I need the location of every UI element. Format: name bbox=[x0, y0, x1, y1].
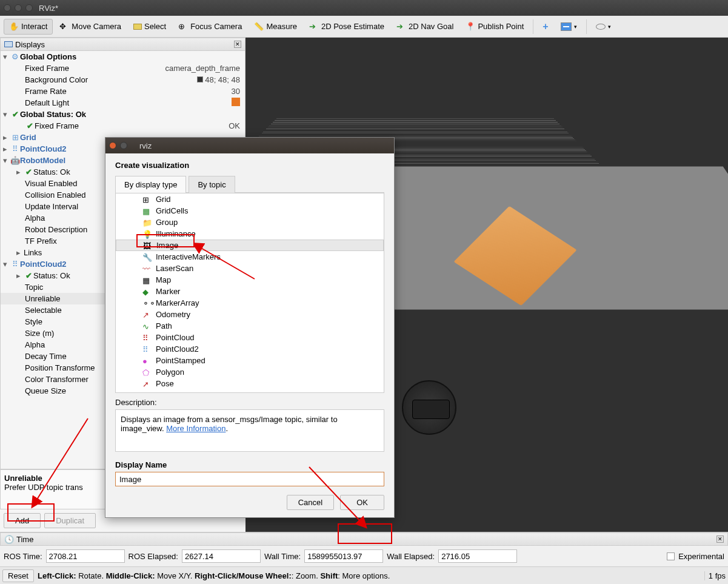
pointcloud2-b[interactable]: PointCloud2 bbox=[20, 260, 67, 269]
laser-icon: 〰 bbox=[142, 264, 152, 273]
eye-icon bbox=[596, 24, 606, 30]
nav-goal-button[interactable]: ➔ 2D Nav Goal bbox=[391, 19, 459, 35]
time-close-button[interactable]: ✕ bbox=[716, 535, 724, 543]
odometry-icon: ↗ bbox=[142, 310, 152, 319]
focus-camera-label: Focus Camera bbox=[190, 22, 242, 31]
robot-description[interactable]: Robot Description bbox=[25, 225, 87, 234]
visual-enabled[interactable]: Visual Enabled bbox=[25, 179, 78, 188]
pose-estimate-label: 2D Pose Estimate bbox=[321, 22, 384, 31]
arrow-green-icon: ➔ bbox=[309, 22, 319, 32]
alpha-rm[interactable]: Alpha bbox=[25, 213, 45, 223]
add-tool-button[interactable]: + bbox=[537, 18, 553, 35]
list-item[interactable]: ⬠Polygon bbox=[116, 366, 384, 378]
links[interactable]: Links bbox=[24, 248, 42, 257]
robotmodel[interactable]: RobotModel bbox=[20, 156, 65, 165]
move-camera-button[interactable]: ✥ Move Camera bbox=[54, 19, 127, 35]
pointcloud2-a[interactable]: PointCloud2 bbox=[20, 144, 67, 153]
checked-icon[interactable] bbox=[232, 98, 240, 106]
list-item[interactable]: 💡Illuminance bbox=[116, 228, 384, 240]
time-title: Time bbox=[16, 535, 33, 544]
remove-tool-button[interactable]: ▾ bbox=[555, 19, 583, 34]
list-item-image[interactable]: 🖼Image bbox=[116, 240, 384, 251]
list-item[interactable]: ●PointStamped bbox=[116, 355, 384, 366]
wall-elapsed-field[interactable] bbox=[438, 549, 517, 563]
fixed-frame-status[interactable]: Fixed Frame bbox=[35, 121, 79, 130]
measure-button[interactable]: 📏 Measure bbox=[249, 19, 302, 35]
selectable[interactable]: Selectable bbox=[25, 306, 62, 315]
displays-close-button[interactable]: ✕ bbox=[234, 41, 241, 48]
bg-color-label[interactable]: Background Color bbox=[25, 75, 88, 84]
publish-point-button[interactable]: 📍 Publish Point bbox=[460, 19, 529, 35]
queue-size[interactable]: Queue Size bbox=[25, 386, 66, 395]
views-button[interactable]: ▾ bbox=[590, 21, 616, 33]
display-type-list[interactable]: ⊞Grid ▦GridCells 📁Group 💡Illuminance 🖼Im… bbox=[115, 193, 384, 393]
tab-by-display-type[interactable]: By display type bbox=[115, 176, 186, 193]
alpha-pc[interactable]: Alpha bbox=[25, 340, 45, 349]
ros-time-field[interactable] bbox=[46, 549, 125, 563]
topic[interactable]: Topic bbox=[25, 283, 43, 292]
window-minimize-icon[interactable] bbox=[15, 4, 22, 12]
list-item[interactable]: ⠿PointCloud2 bbox=[116, 343, 384, 355]
tf-prefix[interactable]: TF Prefix bbox=[25, 237, 57, 246]
select-button[interactable]: Select bbox=[128, 19, 172, 34]
status-ok-pc[interactable]: Status: Ok bbox=[33, 271, 70, 280]
grid-icon: ⊞ bbox=[10, 133, 20, 142]
size-m[interactable]: Size (m) bbox=[25, 329, 54, 338]
list-item[interactable]: ➚Pose bbox=[116, 378, 384, 389]
interact-button[interactable]: ✋ Interact bbox=[4, 19, 53, 35]
color-transformer[interactable]: Color Transformer bbox=[25, 375, 88, 384]
path-icon: ∿ bbox=[142, 322, 152, 331]
update-interval[interactable]: Update Interval bbox=[25, 202, 78, 211]
unreliable[interactable]: Unreliable bbox=[25, 294, 61, 303]
ok-button[interactable]: OK bbox=[340, 495, 384, 510]
pose-estimate-button[interactable]: ➔ 2D Pose Estimate bbox=[304, 19, 390, 35]
experimental-checkbox[interactable] bbox=[667, 552, 675, 560]
position-transformer[interactable]: Position Transforme bbox=[25, 363, 95, 372]
window-maximize-icon[interactable] bbox=[25, 4, 33, 12]
display-name-label: Display Name bbox=[115, 460, 384, 469]
ros-elapsed-field[interactable] bbox=[182, 549, 261, 563]
list-item[interactable]: ⤧PoseArray bbox=[116, 389, 384, 393]
fixed-frame-label[interactable]: Fixed Frame bbox=[25, 64, 69, 73]
reset-button[interactable]: Reset bbox=[2, 569, 34, 582]
duplicate-button[interactable]: Duplicat bbox=[44, 513, 96, 528]
nav-goal-label: 2D Nav Goal bbox=[409, 22, 453, 31]
cancel-button[interactable]: Cancel bbox=[287, 495, 334, 510]
style[interactable]: Style bbox=[25, 317, 42, 326]
window-close-icon[interactable] bbox=[4, 4, 11, 12]
dlg-close-icon[interactable] bbox=[109, 142, 116, 149]
grid-display[interactable]: Grid bbox=[20, 133, 36, 142]
add-button[interactable]: Add bbox=[4, 513, 41, 528]
hand-icon: ✋ bbox=[9, 22, 19, 32]
list-item[interactable]: 〰LaserScan bbox=[116, 263, 384, 274]
decay-time[interactable]: Decay Time bbox=[25, 352, 67, 361]
frame-rate-value[interactable]: 30 bbox=[232, 87, 245, 96]
collision-enabled[interactable]: Collision Enabled bbox=[25, 190, 85, 200]
folder-icon: 📁 bbox=[142, 218, 152, 227]
wall-time-field[interactable] bbox=[304, 549, 383, 563]
dialog-title: rviz bbox=[139, 141, 152, 150]
list-item[interactable]: 📁Group bbox=[116, 216, 384, 228]
list-item[interactable]: ◆Marker bbox=[116, 286, 384, 297]
tab-by-topic[interactable]: By topic bbox=[189, 176, 235, 193]
list-item[interactable]: ↗Odometry bbox=[116, 309, 384, 320]
global-options[interactable]: Global Options bbox=[20, 52, 76, 61]
list-item[interactable]: ∿Path bbox=[116, 320, 384, 332]
display-name-input[interactable] bbox=[115, 472, 384, 486]
bg-color-value[interactable]: 48; 48; 48 bbox=[205, 75, 240, 84]
list-item[interactable]: ▦GridCells bbox=[116, 205, 384, 216]
list-item[interactable]: ⊞Grid bbox=[116, 193, 384, 205]
global-status[interactable]: Global Status: Ok bbox=[20, 110, 86, 119]
description-box: Displays an image from a sensor_msgs/Ima… bbox=[115, 409, 384, 452]
dlg-min-icon[interactable] bbox=[120, 142, 127, 149]
status-ok-rm[interactable]: Status: Ok bbox=[33, 167, 70, 176]
fixed-frame-value[interactable]: camera_depth_frame bbox=[165, 64, 245, 73]
list-item[interactable]: ▦Map bbox=[116, 274, 384, 286]
default-light-label[interactable]: Default Light bbox=[25, 98, 69, 107]
list-item[interactable]: ⚬⚬MarkerArray bbox=[116, 297, 384, 309]
list-item[interactable]: 🔧InteractiveMarkers bbox=[116, 251, 384, 263]
focus-camera-button[interactable]: ⊕ Focus Camera bbox=[173, 19, 247, 35]
frame-rate-label[interactable]: Frame Rate bbox=[25, 87, 67, 96]
more-info-link[interactable]: More Information bbox=[166, 424, 225, 433]
list-item[interactable]: ⠿PointCloud bbox=[116, 332, 384, 343]
